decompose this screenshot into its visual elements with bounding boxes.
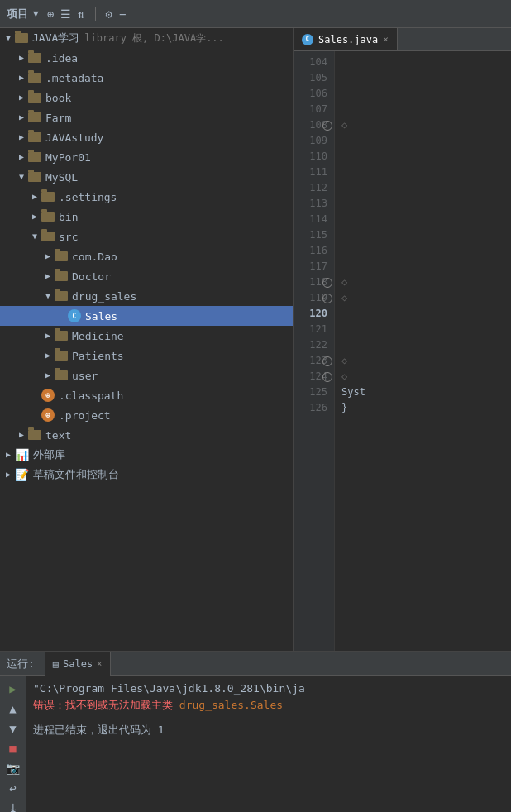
toolbar-arrow[interactable]: ▼ — [33, 8, 39, 19]
root-subtitle: library 根, D:\JAVA学... — [84, 31, 224, 45]
toolbar-icon-minimize[interactable]: − — [119, 7, 126, 21]
run-button[interactable]: ▶ — [4, 682, 22, 695]
sidebar-item-classpath[interactable]: ⊕ .classpath — [0, 385, 293, 405]
sidebar-item-doctor[interactable]: Doctor — [0, 266, 293, 286]
line-120: 120 — [294, 306, 334, 322]
arrow-right-icon — [43, 251, 53, 261]
code-line — [341, 337, 504, 353]
sidebar-item-metadata[interactable]: .metadata — [0, 68, 293, 88]
arrow-right-icon — [43, 351, 53, 361]
line-114: 114 — [294, 212, 334, 227]
toolbar-icon-list[interactable]: ☰ — [60, 7, 71, 21]
folder-icon — [28, 172, 41, 182]
bottom-panel: 运行: ▤ Sales × ▶ ▲ ▼ ■ 📷 ↩ ⤓ "C:\Program … — [0, 651, 511, 812]
folder-icon — [41, 192, 55, 202]
run-command-text: "C:\Program Files\Java\jdk1.8.0_281\bin\… — [33, 682, 305, 695]
code-body[interactable]: ◇ ◇ ◇ ◇ ◇ — [335, 51, 511, 651]
code-line — [341, 180, 504, 196]
code-line — [341, 70, 504, 86]
code-line — [341, 259, 504, 275]
sidebar-item-javastudy[interactable]: JAVAstudy — [0, 127, 293, 147]
tree-root[interactable]: JAVA学习 library 根, D:\JAVA学... — [0, 28, 293, 48]
bottom-tab-icon: ▤ — [53, 658, 59, 670]
arrow-right-icon — [17, 112, 26, 122]
sidebar-item-settings[interactable]: .settings — [0, 187, 293, 207]
classpath-label: .classpath — [59, 389, 123, 402]
sidebar-item-user[interactable]: user — [0, 365, 293, 385]
scroll-end-button[interactable]: ⤓ — [4, 801, 22, 812]
line-110: 110 — [294, 149, 334, 165]
drugsales-label: drug_sales — [72, 290, 136, 303]
folder-icon — [55, 291, 68, 301]
line-105: 105 — [294, 70, 334, 86]
code-line — [341, 55, 504, 70]
project-label: .project — [59, 409, 111, 422]
project-icon: ⊕ — [41, 408, 55, 422]
folder-icon — [55, 331, 68, 341]
sidebar-item-drugsales[interactable]: drug_sales — [0, 286, 293, 306]
folder-icon — [55, 370, 68, 380]
error-class: drug_sales.Sales — [179, 699, 283, 711]
sidebar-item-medicine[interactable]: Medicine — [0, 326, 293, 346]
sidebar-item-sales[interactable]: C Sales — [0, 306, 293, 326]
bottom-area-wrapper: ▶ ▲ ▼ ■ 📷 ↩ ⤓ "C:\Program Files\Java\jdk… — [0, 676, 511, 812]
folder-icon — [41, 232, 55, 241]
code-line — [341, 322, 504, 337]
sidebar-item-book[interactable]: book — [0, 88, 293, 107]
line-106: 106 — [294, 86, 334, 102]
doctor-label: Doctor — [72, 270, 111, 283]
sidebar-item-scratch[interactable]: 📝 草稿文件和控制台 — [0, 465, 293, 485]
arrow-down-icon — [3, 33, 13, 43]
toolbar-separator — [95, 7, 96, 21]
wrap-button[interactable]: ↩ — [4, 781, 22, 795]
external-lib-icon: 📊 — [15, 448, 29, 461]
main-area: JAVA学习 library 根, D:\JAVA学... .idea .met… — [0, 28, 511, 651]
line-123: 123 — [294, 353, 334, 369]
line-118: 118 — [294, 275, 334, 290]
line-109: 109 — [294, 133, 334, 149]
camera-button[interactable]: 📷 — [4, 762, 22, 775]
arrow-right-icon — [17, 73, 26, 83]
stop-button[interactable]: ■ — [4, 742, 22, 755]
sidebar-item-mypor01[interactable]: MyPor01 — [0, 147, 293, 167]
sidebar-item-comdao[interactable]: com.Dao — [0, 246, 293, 266]
sidebar-item-mysql[interactable]: MySQL — [0, 167, 293, 187]
scroll-down-button[interactable]: ▼ — [4, 722, 22, 735]
sidebar-item-patients[interactable]: Patients — [0, 346, 293, 365]
arrow-down-icon — [17, 172, 26, 182]
bottom-tab-bar: 运行: ▤ Sales × — [0, 652, 511, 676]
arrow-right-icon — [43, 271, 53, 281]
line-122: 122 — [294, 337, 334, 353]
arrow-right-icon — [17, 430, 26, 440]
farm-label: Farm — [45, 112, 71, 124]
comdao-label: com.Dao — [72, 251, 117, 263]
scroll-up-button[interactable]: ▲ — [4, 702, 22, 715]
bottom-run-label: 运行: — [7, 657, 35, 671]
code-line: Syst — [341, 385, 504, 400]
code-line — [341, 306, 504, 322]
bottom-content[interactable]: "C:\Program Files\Java\jdk1.8.0_281\bin\… — [26, 676, 511, 812]
sidebar-item-text[interactable]: text — [0, 425, 293, 445]
sidebar-item-bin[interactable]: bin — [0, 207, 293, 227]
toolbar-icon-gear[interactable]: ⚙ — [106, 7, 112, 21]
line-116: 116 — [294, 243, 334, 259]
arrow-right-icon — [17, 152, 26, 162]
toolbar-icon-globe[interactable]: ⊕ — [47, 7, 54, 21]
sidebar-item-src[interactable]: src — [0, 227, 293, 246]
sidebar-item-externallib[interactable]: 📊 外部库 — [0, 445, 293, 465]
idea-label: .idea — [45, 52, 78, 64]
sidebar-item-idea[interactable]: .idea — [0, 48, 293, 68]
folder-icon — [28, 430, 41, 440]
tab-close-button[interactable]: × — [383, 34, 389, 45]
toolbar-icon-expand[interactable]: ⇅ — [78, 7, 84, 21]
java-file-icon: C — [68, 309, 81, 322]
sidebar-item-farm[interactable]: Farm — [0, 107, 293, 127]
classpath-icon: ⊕ — [41, 389, 55, 402]
tab-sales[interactable]: C Sales.java × — [294, 28, 398, 50]
bottom-tab-close[interactable]: × — [97, 659, 102, 668]
bottom-tab-sales[interactable]: ▤ Sales × — [45, 652, 111, 676]
exit-line: 进程已结束，退出代码为 1 — [33, 722, 504, 738]
sidebar-item-project[interactable]: ⊕ .project — [0, 405, 293, 425]
javastudy-label: JAVAstudy — [45, 131, 103, 144]
arrow-down-icon — [30, 232, 40, 241]
